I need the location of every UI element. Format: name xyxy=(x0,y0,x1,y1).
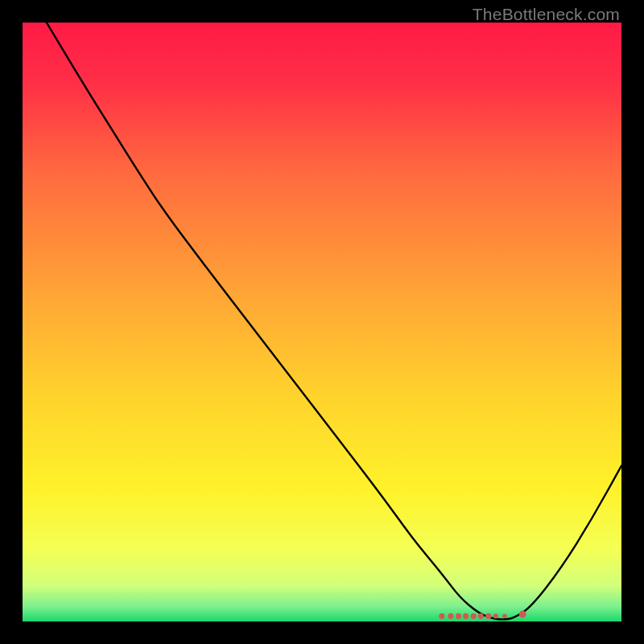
gradient-background xyxy=(23,23,621,621)
marker-dot xyxy=(478,613,484,619)
marker-dot xyxy=(439,613,444,619)
plot-area xyxy=(23,23,621,621)
watermark-text: TheBottleneck.com xyxy=(473,5,620,24)
chart-svg xyxy=(23,23,621,621)
marker-dot xyxy=(493,613,498,618)
marker-dot xyxy=(519,611,526,618)
marker-dot xyxy=(456,613,461,619)
marker-dot xyxy=(502,614,507,619)
marker-dot xyxy=(471,613,477,619)
marker-dot xyxy=(448,613,453,619)
chart-frame: TheBottleneck.com xyxy=(0,0,644,644)
marker-dot xyxy=(485,613,491,619)
marker-dot xyxy=(463,613,469,619)
